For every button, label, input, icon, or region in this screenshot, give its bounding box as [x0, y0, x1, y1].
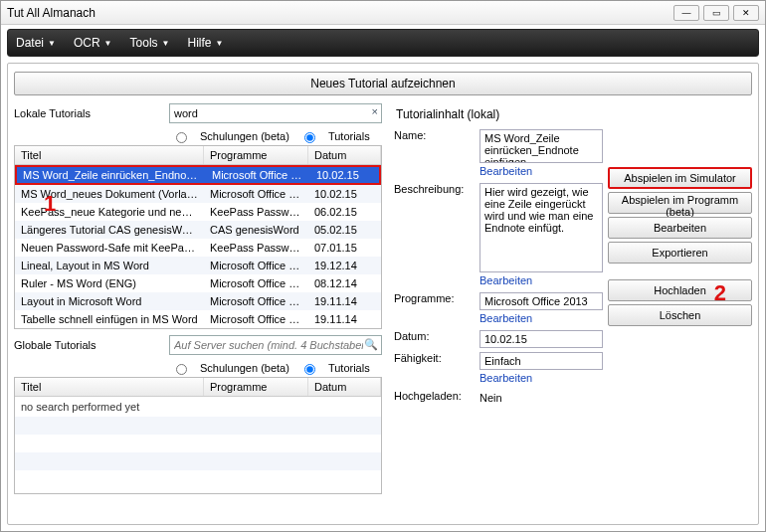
local-tutorials-table: Titel Programme Datum MS Word_Zeile einr… [14, 145, 382, 329]
search-icon[interactable]: 🔍 [364, 338, 378, 351]
upload-button[interactable]: Hochladen [608, 279, 752, 301]
local-search-input[interactable] [169, 103, 382, 123]
close-button[interactable]: ✕ [733, 5, 759, 21]
export-button[interactable]: Exportieren [608, 242, 752, 264]
menu-ocr[interactable]: OCR▼ [74, 36, 112, 50]
cell-title: Neuen Password-Safe mit KeePass a... [15, 242, 204, 254]
global-search-input[interactable] [169, 335, 382, 355]
skill-label: Fähigkeit: [394, 352, 472, 364]
cell-title: Lineal, Layout in MS Word [15, 260, 204, 271]
local-tutorials-label: Lokale Tutorials [14, 107, 163, 119]
local-radio-schulungen-label: Schulungen (beta) [200, 130, 289, 142]
cell-title: Längeres Tutorial CAS genesisWorld [15, 224, 204, 236]
cell-title: MS Word_Zeile einrücken_Endnote ... [17, 169, 206, 181]
menu-tools[interactable]: Tools▼ [130, 36, 170, 50]
global-radio-schulungen-label: Schulungen (beta) [200, 362, 289, 374]
table-row[interactable]: Neuen Password-Safe mit KeePass a...KeeP… [15, 239, 381, 257]
table-row[interactable]: Lineal, Layout in MS WordMicrosoft Offic… [15, 257, 381, 274]
edit-name-link[interactable]: Bearbeiten [479, 165, 603, 177]
table-row[interactable]: MS Word_Zeile einrücken_Endnote ...Micro… [15, 165, 381, 185]
global-tutorials-table: Titel Programme Datum no search performe… [14, 377, 382, 494]
menu-file[interactable]: Datei▼ [16, 36, 56, 50]
play-program-button[interactable]: Abspielen im Programm (beta) [608, 192, 752, 214]
table-row[interactable]: MS Word_neues Dokument (Vorlage...Micros… [15, 185, 381, 203]
cell-programme: Microsoft Office 2... [204, 277, 308, 289]
col-title[interactable]: Titel [15, 146, 204, 164]
maximize-button[interactable]: ▭ [703, 5, 729, 21]
delete-button[interactable]: Löschen [608, 304, 752, 326]
detail-heading: Tutorialinhalt (lokal) [396, 107, 752, 121]
cell-date: 10.02.15 [308, 188, 381, 200]
cell-date: 19.12.14 [308, 260, 381, 271]
cell-programme: KeePass Password ... [204, 206, 308, 218]
cell-title: Ruler - MS Word (ENG) [15, 277, 204, 289]
clear-search-icon[interactable]: × [372, 105, 378, 117]
menu-help[interactable]: Hilfe▼ [187, 36, 223, 50]
minimize-button[interactable]: — [673, 5, 699, 21]
edit-button[interactable]: Bearbeiten [608, 217, 752, 239]
table-row[interactable]: Tabelle schnell einfügen in MS WordMicro… [15, 310, 381, 328]
name-field[interactable] [479, 129, 603, 163]
cell-programme: Microsoft Office 2... [204, 188, 308, 200]
global-tutorials-label: Globale Tutorials [14, 339, 163, 351]
col-programme[interactable]: Programme [204, 146, 308, 164]
date-field[interactable] [479, 330, 603, 348]
edit-skill-link[interactable]: Bearbeiten [479, 372, 603, 384]
date-label: Datum: [394, 330, 472, 342]
cell-title: MS Word_neues Dokument (Vorlage... [15, 188, 204, 200]
cell-date: 06.02.15 [308, 206, 381, 218]
cell-programme: Microsoft Office 2... [204, 295, 308, 307]
cell-title: Tabelle schnell einfügen in MS Word [15, 313, 204, 325]
table-row[interactable]: Ruler - MS Word (ENG)Microsoft Office 2.… [15, 274, 381, 292]
gcol-programme[interactable]: Programme [204, 378, 308, 396]
menubar: Datei▼ OCR▼ Tools▼ Hilfe▼ [7, 29, 759, 57]
no-result-text: no search performed yet [15, 397, 381, 417]
cell-programme: CAS genesisWord [204, 224, 308, 236]
local-radio-tutorials[interactable] [304, 132, 315, 143]
edit-prog-link[interactable]: Bearbeiten [479, 312, 603, 324]
window-title: Tut All Almanach [7, 6, 673, 20]
play-simulator-button[interactable]: Abspielen im Simulator [608, 167, 752, 189]
name-label: Name: [394, 129, 472, 141]
cell-programme: Microsoft Office 2... [204, 313, 308, 325]
cell-title: Layout in Microsoft Word [15, 295, 204, 307]
cell-date: 19.11.14 [308, 313, 381, 325]
uploaded-label: Hochgeladen: [394, 390, 472, 402]
table-row[interactable]: Layout in Microsoft WordMicrosoft Office… [15, 292, 381, 310]
col-datum[interactable]: Datum [308, 146, 381, 164]
uploaded-value: Nein [479, 390, 603, 404]
gcol-datum[interactable]: Datum [308, 378, 381, 396]
cell-date: 10.02.15 [310, 169, 379, 181]
cell-programme: Microsoft Office 2... [204, 260, 308, 271]
cell-programme: Microsoft Office 2... [206, 169, 310, 181]
global-radio-schulungen[interactable] [176, 364, 187, 375]
gcol-title[interactable]: Titel [15, 378, 204, 396]
prog-label: Programme: [394, 292, 472, 304]
desc-field[interactable] [479, 183, 603, 272]
desc-label: Beschreibung: [394, 183, 472, 195]
global-radio-tutorials[interactable] [304, 364, 315, 375]
new-tutorial-button[interactable]: Neues Tutorial aufzeichnen [14, 72, 752, 95]
edit-desc-link[interactable]: Bearbeiten [479, 274, 603, 286]
skill-field[interactable] [479, 352, 603, 370]
cell-programme: KeePass Password ... [204, 242, 308, 254]
cell-title: KeePass_neue Kategorie und neues ... [15, 206, 204, 218]
cell-date: 08.12.14 [308, 277, 381, 289]
prog-field[interactable] [479, 292, 603, 310]
cell-date: 19.11.14 [308, 295, 381, 307]
cell-date: 07.01.15 [308, 242, 381, 254]
table-row[interactable]: KeePass_neue Kategorie und neues ...KeeP… [15, 203, 381, 221]
table-row[interactable]: Längeres Tutorial CAS genesisWorldCAS ge… [15, 221, 381, 239]
global-radio-tutorials-label: Tutorials [328, 362, 370, 374]
local-radio-tutorials-label: Tutorials [328, 130, 370, 142]
local-radio-schulungen[interactable] [176, 132, 187, 143]
cell-date: 05.02.15 [308, 224, 381, 236]
